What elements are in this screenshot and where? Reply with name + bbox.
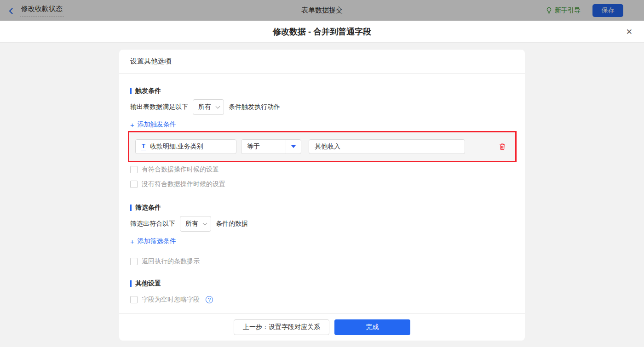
checkbox-row-has-match: 有符合数据操作时候的设置 xyxy=(130,165,219,174)
options-card: 设置其他选项 触发条件 输出表数据满足以下 所有 条件触发执行动作 + 添加触发… xyxy=(119,50,525,341)
filter-match-row: 筛选出符合以下 所有 条件的数据 xyxy=(130,216,514,232)
trash-icon xyxy=(499,143,506,151)
modal-dim-overlay xyxy=(0,0,644,21)
checkbox-has-match[interactable] xyxy=(130,166,138,173)
filter-section-title: 筛选条件 xyxy=(130,204,514,212)
filter-match-select[interactable]: 所有 xyxy=(180,216,211,232)
chevron-down-icon xyxy=(203,221,207,225)
close-icon[interactable]: ✕ xyxy=(626,28,632,35)
trigger-section-title: 触发条件 xyxy=(130,87,514,95)
delete-condition-button[interactable] xyxy=(499,143,506,151)
plus-icon: + xyxy=(130,238,134,245)
card-header-title: 设置其他选项 xyxy=(119,50,525,74)
other-section-title: 其他设置 xyxy=(130,279,514,288)
dialog-title: 修改数据 - 合并到普通字段 xyxy=(273,26,371,37)
add-trigger-condition-link[interactable]: + 添加触发条件 xyxy=(130,120,176,129)
done-button[interactable]: 完成 xyxy=(334,319,410,335)
checkbox-row-no-match: 没有符合数据操作时候的设置 xyxy=(130,180,225,188)
plus-icon: + xyxy=(130,121,134,128)
add-trigger-condition-label: 添加触发条件 xyxy=(138,120,176,129)
checkbox-ignore-empty-label: 字段为空时忽略字段 xyxy=(142,296,200,304)
checkbox-no-match[interactable] xyxy=(130,181,138,188)
text-field-type-icon: T xyxy=(141,143,146,150)
trigger-match-select-value: 所有 xyxy=(198,103,211,111)
condition-value-text: 其他收入 xyxy=(315,142,340,151)
previous-step-button[interactable]: 上一步：设置字段对应关系 xyxy=(234,319,329,335)
operator-caret-zone[interactable] xyxy=(286,140,301,154)
trigger-row-suffix: 条件触发执行动作 xyxy=(229,103,280,111)
checkbox-no-match-label: 没有符合数据操作时候的设置 xyxy=(142,180,225,188)
chevron-down-icon xyxy=(216,104,220,108)
condition-operator-value: 等于 xyxy=(242,142,286,151)
dialog-header: 修改数据 - 合并到普通字段 ✕ xyxy=(0,21,644,43)
checkbox-row-ignore-empty: 字段为空时忽略字段 ? xyxy=(130,296,213,304)
top-bar: 修改收款状态 表单数据提交 新手引导 保存 xyxy=(0,0,644,21)
condition-field-select[interactable]: T 收款明细.业务类别 xyxy=(135,139,236,154)
add-filter-condition-label: 添加筛选条件 xyxy=(138,237,176,245)
card-footer: 上一步：设置字段对应关系 完成 xyxy=(119,313,525,341)
checkbox-ignore-empty[interactable] xyxy=(130,296,138,303)
checkbox-return-count-label: 返回执行的条数提示 xyxy=(142,257,200,266)
card-content: 触发条件 输出表数据满足以下 所有 条件触发执行动作 + 添加触发条件 T 收款… xyxy=(119,74,525,313)
checkbox-has-match-label: 有符合数据操作时候的设置 xyxy=(142,165,219,174)
condition-field-value: 收款明细.业务类别 xyxy=(150,142,203,151)
checkbox-row-return-count: 返回执行的条数提示 xyxy=(130,257,200,266)
add-filter-condition-link[interactable]: + 添加筛选条件 xyxy=(130,237,176,245)
condition-value-input[interactable]: 其他收入 xyxy=(309,139,465,154)
filter-match-select-value: 所有 xyxy=(185,220,198,228)
trigger-match-row: 输出表数据满足以下 所有 条件触发执行动作 xyxy=(130,99,514,115)
condition-operator-select[interactable]: 等于 xyxy=(241,139,301,154)
dialog-body: 设置其他选项 触发条件 输出表数据满足以下 所有 条件触发执行动作 + 添加触发… xyxy=(0,43,644,347)
help-question-icon[interactable]: ? xyxy=(206,296,213,303)
checkbox-return-count[interactable] xyxy=(130,258,138,265)
filter-row-suffix: 条件的数据 xyxy=(216,220,248,228)
trigger-match-select[interactable]: 所有 xyxy=(193,99,224,115)
trigger-condition-row-highlighted: T 收款明细.业务类别 等于 其他收入 xyxy=(128,131,517,162)
trigger-row-prefix: 输出表数据满足以下 xyxy=(130,103,188,111)
filter-row-prefix: 筛选出符合以下 xyxy=(130,220,175,228)
triangle-down-icon xyxy=(291,145,296,148)
